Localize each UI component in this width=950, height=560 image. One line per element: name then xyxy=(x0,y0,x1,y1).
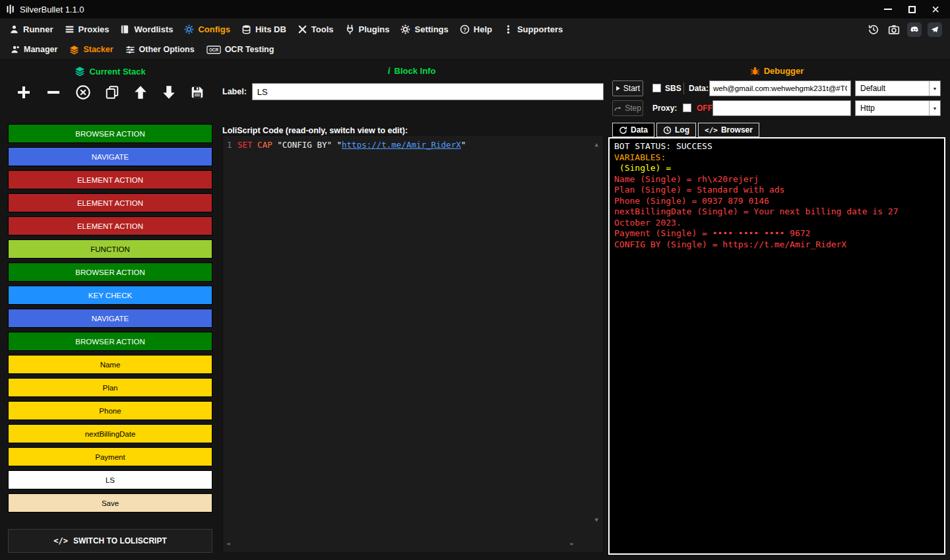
menu-settings[interactable]: Settings xyxy=(395,21,453,38)
stack-block[interactable]: ELEMENT ACTION xyxy=(8,170,212,189)
menu-hits-db[interactable]: Hits DB xyxy=(236,21,292,38)
close-icon: × xyxy=(932,3,939,16)
start-button-label: Start xyxy=(623,84,640,93)
subnav-ocr-testing[interactable]: OCR OCR Testing xyxy=(201,42,280,57)
debugger-panel: Debugger Start Step SBS Data: Default ▼ … xyxy=(608,59,945,560)
code-token: https://t.me/Amir_RiderX xyxy=(342,140,461,150)
stack-block[interactable]: Plan xyxy=(8,378,212,397)
proxy-checkbox[interactable] xyxy=(683,104,691,112)
stack-block[interactable]: BROWSER ACTION xyxy=(8,124,212,143)
menu-wordlists[interactable]: Wordlists xyxy=(115,21,178,38)
debugger-tabs: Data Log </> Browser xyxy=(612,123,759,137)
stack-block[interactable]: ELEMENT ACTION xyxy=(8,216,212,235)
stack-block[interactable]: nextBillingDate xyxy=(8,424,212,443)
stacker-layers-icon xyxy=(69,45,79,55)
code-token: " xyxy=(461,140,466,150)
wordlist-type-combo[interactable]: Default ▼ xyxy=(855,80,941,96)
menu-runner[interactable]: Runner xyxy=(4,21,59,38)
chevron-down-icon: ▼ xyxy=(929,101,940,115)
menu-plugins[interactable]: Plugins xyxy=(340,21,395,38)
tab-browser[interactable]: </> Browser xyxy=(698,123,759,137)
stack-block[interactable]: Name xyxy=(8,355,212,374)
telegram-icon[interactable] xyxy=(928,22,942,37)
camera-icon[interactable] xyxy=(887,22,901,37)
log-line: BOT STATUS: SUCCESS xyxy=(614,141,936,152)
stack-block[interactable]: Save xyxy=(8,493,212,513)
stack-block[interactable]: KEY CHECK xyxy=(8,286,212,305)
stack-block[interactable]: Payment xyxy=(8,447,212,466)
debugger-output[interactable]: BOT STATUS: SUCCESS VARIABLES: (Single) … xyxy=(608,137,945,555)
stack-block[interactable]: LS xyxy=(8,470,212,489)
block-label-input[interactable] xyxy=(252,83,604,100)
tab-log[interactable]: Log xyxy=(656,123,696,137)
ocr-icon: OCR xyxy=(206,46,221,54)
menu-tools[interactable]: Tools xyxy=(292,21,339,38)
scroll-right-icon[interactable]: ► xyxy=(571,541,574,547)
play-icon xyxy=(616,86,621,91)
data-label: Data: xyxy=(689,84,709,93)
history-icon[interactable] xyxy=(866,22,881,37)
proxies-icon xyxy=(65,24,75,34)
bug-icon xyxy=(750,66,760,76)
tools-icon xyxy=(298,24,307,34)
stack-block[interactable]: BROWSER ACTION xyxy=(8,332,212,351)
step-button-label: Step xyxy=(625,104,641,113)
sbs-checkbox[interactable] xyxy=(652,84,661,92)
subnav-label: OCR Testing xyxy=(225,45,274,54)
step-arrow-icon xyxy=(614,106,622,111)
proxy-label: Proxy: xyxy=(652,104,677,113)
proxy-type-value: Http xyxy=(856,104,929,113)
stack-block[interactable]: ELEMENT ACTION xyxy=(8,193,212,212)
copy-icon xyxy=(105,85,119,100)
menu-proxies[interactable]: Proxies xyxy=(59,21,115,38)
minus-icon xyxy=(46,84,61,100)
stack-block[interactable]: BROWSER ACTION xyxy=(8,263,212,282)
menu-help[interactable]: ? Help xyxy=(455,21,497,38)
minimize-icon xyxy=(884,9,892,10)
menu-configs[interactable]: Configs xyxy=(179,21,235,38)
start-button[interactable]: Start xyxy=(612,80,643,96)
move-up-button[interactable] xyxy=(133,85,148,100)
discord-icon[interactable] xyxy=(907,22,922,37)
stack-block[interactable]: FUNCTION xyxy=(8,239,212,259)
tab-label: Data xyxy=(631,125,648,135)
stack-block[interactable]: Phone xyxy=(8,401,212,420)
scroll-left-icon[interactable]: ◄ xyxy=(226,541,230,547)
code-token: CAP xyxy=(257,140,277,150)
window-title: SilverBullet 1.1.0 xyxy=(20,5,84,15)
switch-to-loliscript-button[interactable]: </> SWITCH TO LOLISCRIPT xyxy=(8,529,212,553)
proxy-type-combo[interactable]: Http ▼ xyxy=(855,100,941,116)
stack-block[interactable]: NAVIGATE xyxy=(8,309,212,328)
log-line: Plan (Single) = Standard with ads xyxy=(614,185,936,196)
data-input[interactable] xyxy=(709,80,851,96)
subnav-manager[interactable]: Manager xyxy=(5,42,63,57)
loliscript-code-view[interactable]: 1 SET CAP "CONFIG BY" "https://t.me/Amir… xyxy=(222,135,604,553)
step-button[interactable]: Step xyxy=(612,100,643,116)
stack-panel: Current Stack BROWSER ACTION NAVIGATE EL… xyxy=(5,59,215,560)
minimize-button[interactable] xyxy=(876,0,900,18)
close-button[interactable]: × xyxy=(924,0,947,18)
manager-icon xyxy=(11,45,20,54)
stack-block[interactable]: NAVIGATE xyxy=(8,147,212,166)
scroll-down-icon[interactable]: ▼ xyxy=(595,517,598,523)
main-menubar: Runner Proxies Wordlists Configs Hits DB… xyxy=(0,18,950,40)
add-block-button[interactable] xyxy=(16,84,32,100)
clone-block-button[interactable] xyxy=(105,85,119,100)
maximize-button[interactable] xyxy=(900,0,924,18)
subnav-label: Other Options xyxy=(139,45,195,54)
scroll-up-icon[interactable]: ▲ xyxy=(595,142,598,148)
move-down-button[interactable] xyxy=(162,85,176,100)
tab-data[interactable]: Data xyxy=(612,123,654,137)
line-number: 1 xyxy=(227,140,238,150)
wordlist-type-value: Default xyxy=(856,84,929,93)
log-line: Phone (Single) = 0937 879 0146 xyxy=(614,196,936,207)
log-line: Name (Single) = rh\x20rejerj xyxy=(614,174,936,185)
subnav-other-options[interactable]: Other Options xyxy=(120,42,200,57)
menu-supporters[interactable]: Supporters xyxy=(498,21,568,38)
clear-stack-button[interactable] xyxy=(75,84,91,100)
save-config-button[interactable] xyxy=(190,85,205,100)
proxy-input[interactable] xyxy=(712,100,851,116)
controls-divider xyxy=(683,82,684,94)
subnav-stacker[interactable]: Stacker xyxy=(64,42,118,57)
remove-block-button[interactable] xyxy=(46,84,61,100)
